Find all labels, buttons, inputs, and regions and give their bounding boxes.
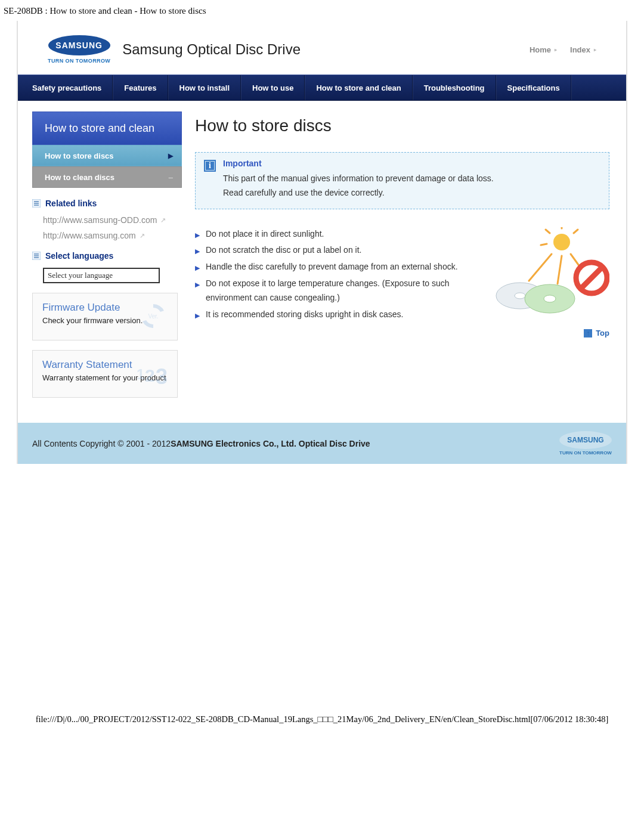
- related-link-samsung[interactable]: http://www.samsung.com ↗: [43, 231, 182, 240]
- tip-item: ▶It is recommended storing disks upright…: [195, 308, 470, 322]
- svg-line-10: [541, 244, 547, 245]
- svg-line-9: [574, 230, 578, 233]
- document-title: SE-208DB : How to store and clean - How …: [0, 6, 644, 18]
- product-title: Samsung Optical Disc Drive: [122, 41, 301, 58]
- footer: All Contents Copyright © 2001 - 2012SAMS…: [18, 423, 626, 464]
- logo-tagline: TURN ON TOMORROW: [48, 58, 110, 64]
- footer-logo: SAMSUNG TURN ON TOMORROW: [559, 431, 612, 456]
- important-heading: Important: [223, 159, 494, 168]
- link-text: http://www.samsung.com: [43, 231, 136, 240]
- samsung-logo: SAMSUNG TURN ON TOMORROW: [48, 35, 110, 64]
- index-link[interactable]: Index▸: [570, 45, 596, 54]
- bullet-icon: ▶: [195, 262, 200, 274]
- svg-point-6: [553, 234, 570, 250]
- chevron-right-icon: ▸: [555, 47, 557, 52]
- file-path: file:///D|/0.../00_PROJECT/2012/SST12-02…: [0, 714, 644, 729]
- list-icon: [32, 252, 41, 260]
- main-nav: Safety precautions Features How to insta…: [18, 75, 626, 101]
- home-link[interactable]: Home▸: [530, 45, 557, 54]
- nav-install[interactable]: How to install: [168, 75, 242, 100]
- sidebar-item-store-discs[interactable]: How to store discs ▶: [32, 145, 182, 166]
- nav-spec[interactable]: Specifications: [496, 75, 571, 100]
- link-text: http://www.samsung-ODD.com: [43, 215, 157, 225]
- card-subtitle: Check your firmware version.: [42, 316, 169, 325]
- important-notice: i Important This part of the manual give…: [195, 152, 609, 209]
- language-select[interactable]: Select your language: [43, 268, 160, 283]
- header: SAMSUNG TURN ON TOMORROW Samsung Optical…: [18, 35, 626, 75]
- nav-features[interactable]: Features: [113, 75, 168, 100]
- svg-line-8: [546, 230, 550, 233]
- list-icon: [32, 199, 41, 208]
- sidebar-title: How to store and clean: [32, 112, 182, 145]
- nav-use[interactable]: How to use: [241, 75, 305, 100]
- tip-item: ▶Do not scratch the disc or put a label …: [195, 243, 470, 258]
- dash-icon: –: [169, 173, 173, 182]
- external-link-icon: ↗: [160, 216, 166, 224]
- nav-safety[interactable]: Safety precautions: [18, 75, 113, 100]
- svg-line-12: [558, 256, 562, 284]
- info-icon: i: [204, 160, 216, 172]
- svg-line-11: [529, 254, 552, 281]
- arrow-right-icon: ▶: [168, 152, 173, 160]
- firmware-update-card[interactable]: Firmware Update Check your firmware vers…: [32, 293, 178, 340]
- bullet-icon: ▶: [195, 310, 200, 322]
- svg-point-17: [544, 295, 556, 302]
- card-title: Firmware Update: [42, 302, 169, 314]
- chevron-right-icon: ▸: [594, 47, 596, 52]
- arrow-up-icon: ↑: [584, 329, 592, 337]
- back-to-top[interactable]: ↑ Top: [195, 329, 609, 337]
- sidebar-item-label: How to clean discs: [45, 173, 114, 182]
- bullet-icon: ▶: [195, 246, 200, 258]
- page-title: How to store discs: [195, 116, 609, 135]
- select-languages-heading: Select languages: [32, 251, 182, 261]
- tips-list: ▶Do not place it in direct sunlight. ▶Do…: [195, 227, 470, 324]
- svg-point-15: [515, 293, 525, 299]
- warranty-card[interactable]: Warranty Statement Warranty statement fo…: [32, 350, 178, 398]
- external-link-icon: ↗: [140, 232, 145, 240]
- nav-troubleshoot[interactable]: Troubleshooting: [413, 75, 496, 100]
- bullet-icon: ▶: [195, 279, 200, 305]
- logo-text: SAMSUNG: [48, 35, 110, 55]
- svg-line-19: [581, 268, 602, 288]
- sidebar-item-clean-discs[interactable]: How to clean discs –: [32, 166, 182, 188]
- important-text: This part of the manual gives informatio…: [223, 172, 494, 200]
- sidebar-item-label: How to store discs: [45, 151, 114, 160]
- card-title: Warranty Statement: [42, 359, 169, 371]
- copyright-text: All Contents Copyright © 2001 - 2012SAMS…: [32, 439, 559, 448]
- top-label: Top: [596, 329, 609, 337]
- bullet-icon: ▶: [195, 230, 200, 241]
- nav-store-clean[interactable]: How to store and clean: [305, 75, 412, 100]
- tip-item: ▶Handle the disc carefully to prevent da…: [195, 260, 470, 274]
- card-subtitle: Warranty statement for your product: [42, 373, 169, 382]
- tip-item: ▶Do not place it in direct sunlight.: [195, 227, 470, 241]
- sunlight-disc-illustration: [481, 227, 609, 317]
- tip-item: ▶Do not expose it to large temperature c…: [195, 277, 470, 305]
- related-links-heading: Related links: [32, 199, 182, 208]
- home-label: Home: [530, 45, 551, 54]
- related-link-odd[interactable]: http://www.samsung-ODD.com ↗: [43, 215, 182, 225]
- index-label: Index: [570, 45, 590, 54]
